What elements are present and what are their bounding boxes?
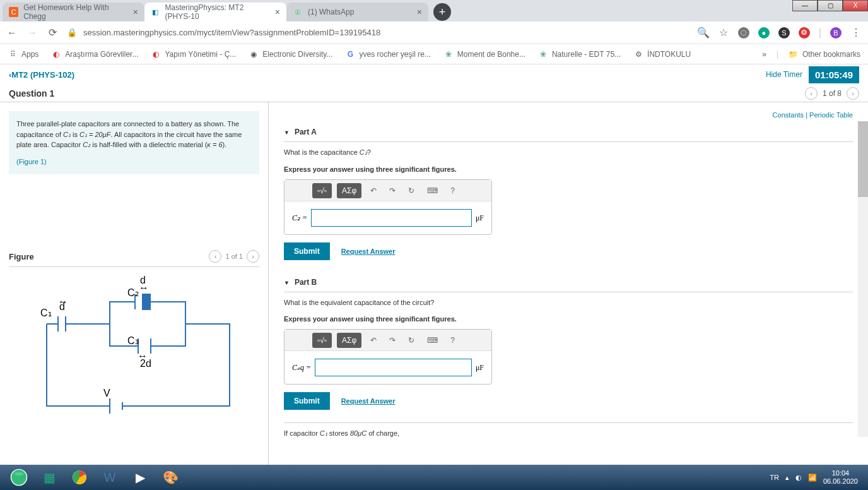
answer-variable: Cₑq = <box>292 363 311 373</box>
tray-volume-icon[interactable]: 📶 <box>808 474 817 482</box>
bookmark-item[interactable]: Gyves rocher yeşil re... <box>345 49 430 59</box>
tab-close-icon[interactable]: × <box>275 7 280 17</box>
tab-close-icon[interactable]: × <box>133 7 138 17</box>
undo-icon[interactable]: ↶ <box>367 183 380 198</box>
prev-question-button[interactable]: ‹ <box>805 87 818 100</box>
answer-input-b[interactable] <box>315 359 472 376</box>
symbols-button[interactable]: ΑΣφ <box>337 183 361 198</box>
template-button[interactable]: ▫√▫ <box>312 183 332 198</box>
apps-icon: ⠿ <box>8 49 18 59</box>
prev-figure-button[interactable]: ‹ <box>209 250 221 263</box>
google-icon: G <box>345 49 355 59</box>
back-to-assignment[interactable]: ‹MT2 (PHYS-102) <box>9 70 74 80</box>
part-a-header[interactable]: Part A <box>284 122 853 142</box>
new-tab-button[interactable]: + <box>433 3 451 21</box>
tab-chegg[interactable]: C Get Homework Help With Chegg × <box>3 3 144 21</box>
svg-text:C₃: C₃ <box>127 335 139 346</box>
part-c-preview: If capacitor C₁ stores 80μC of charge, <box>284 422 853 438</box>
question-pager: 1 of 8 <box>823 89 842 98</box>
word-icon[interactable]: W <box>95 466 125 489</box>
maximize-button[interactable]: ▢ <box>818 0 843 11</box>
tab-label: (1) WhatsApp <box>308 8 354 16</box>
start-button[interactable] <box>4 466 34 489</box>
symbols-button[interactable]: ΑΣφ <box>337 333 361 348</box>
help-icon[interactable]: ? <box>447 183 459 198</box>
template-button[interactable]: ▫√▫ <box>312 333 332 348</box>
hide-timer-link[interactable]: Hide Timer <box>766 70 802 79</box>
reference-links: Constants | Periodic Table <box>284 111 853 122</box>
svg-text:C₂: C₂ <box>127 287 139 298</box>
tray-clock[interactable]: 10:04 06.06.2020 <box>823 469 858 486</box>
reload-icon[interactable]: ⟳ <box>47 27 58 39</box>
answer-toolbar: ▫√▫ ΑΣφ ↶ ↷ ↻ ⌨ ? <box>284 330 491 351</box>
bookmark-item[interactable]: ⚙İNDTOKULU <box>633 49 691 59</box>
url-text: session.masteringphysics.com/myct/itemVi… <box>83 28 380 37</box>
bookmark-item[interactable]: ◐Araştırma Görevliler... <box>51 49 138 59</box>
right-pane: Constants | Periodic Table Part A What i… <box>268 102 868 465</box>
redo-icon[interactable]: ↷ <box>385 333 399 348</box>
bookmark-more[interactable]: » <box>762 50 766 59</box>
redo-icon[interactable]: ↷ <box>385 183 399 198</box>
tray-lang[interactable]: TR <box>770 474 779 481</box>
search-icon[interactable]: 🔍 <box>698 27 709 39</box>
other-bookmarks[interactable]: 📁 Other bookmarks <box>789 49 860 59</box>
bookmark-icon: ◐ <box>51 49 61 59</box>
timer-display: 01:05:49 <box>809 66 859 83</box>
request-answer-b[interactable]: Request Answer <box>341 397 396 405</box>
ext-icon-1[interactable]: ◌ <box>738 27 749 39</box>
menu-icon[interactable]: ⋮ <box>850 27 862 39</box>
answer-input-a[interactable] <box>311 209 472 227</box>
tab-close-icon[interactable]: × <box>417 7 422 17</box>
reset-icon[interactable]: ↻ <box>404 183 418 198</box>
bookmark-item[interactable]: ◐Yapım Yönetimi - Ç... <box>151 49 236 59</box>
scrollbar-thumb[interactable] <box>858 121 868 197</box>
bookmark-icon: ⚙ <box>633 49 643 59</box>
folder-icon: 📁 <box>789 49 799 59</box>
forward-icon[interactable]: → <box>26 27 38 39</box>
system-tray: TR ▴ ◐ 📶 10:04 06.06.2020 <box>770 469 864 486</box>
url-field[interactable]: 🔒 session.masteringphysics.com/myct/item… <box>67 28 689 37</box>
next-question-button[interactable]: › <box>847 87 859 100</box>
answer-box-b: ▫√▫ ΑΣφ ↶ ↷ ↻ ⌨ ? Cₑq = μF <box>284 329 492 385</box>
ext-icon-2[interactable]: ● <box>758 27 770 39</box>
constants-link[interactable]: Constants <box>773 111 804 119</box>
help-icon[interactable]: ? <box>447 333 459 348</box>
tab-whatsapp[interactable]: ① (1) WhatsApp × <box>286 3 428 21</box>
windows-taskbar: ▦ W ▶ 🎨 TR ▴ ◐ 📶 10:04 06.06.2020 <box>0 465 868 490</box>
svg-text:V: V <box>103 388 110 398</box>
tray-network-icon[interactable]: ◐ <box>795 474 802 482</box>
part-b-header[interactable]: Part B <box>284 273 853 292</box>
bookmark-item[interactable]: ❀Naturelle - EDT 75... <box>538 49 621 59</box>
apps-button[interactable]: ⠿ Apps <box>8 49 38 59</box>
submit-button-b[interactable]: Submit <box>284 392 330 410</box>
profile-icon[interactable]: B <box>830 27 842 39</box>
back-icon[interactable]: ← <box>6 27 18 39</box>
bookmarks-bar: ⠿ Apps ◐Araştırma Görevliler... ◐Yapım Y… <box>0 44 868 64</box>
minimize-button[interactable]: — <box>792 0 818 11</box>
undo-icon[interactable]: ↶ <box>367 333 380 348</box>
ext-icon-4[interactable]: ❂ <box>799 27 810 39</box>
chrome-icon[interactable] <box>64 466 95 489</box>
keyboard-icon[interactable]: ⌨ <box>423 183 442 198</box>
whatsapp-icon: ① <box>293 7 303 17</box>
tab-masteringphysics[interactable]: ◧ MasteringPhysics: MT2 (PHYS-10 × <box>144 3 286 21</box>
bookmark-item[interactable]: ◉Electronic Diversity... <box>249 49 332 59</box>
bookmark-item[interactable]: ❀Moment de Bonhe... <box>443 49 525 59</box>
next-figure-button[interactable]: › <box>247 250 259 263</box>
star-icon[interactable]: ☆ <box>718 27 729 39</box>
tray-arrow-icon[interactable]: ▴ <box>785 474 789 482</box>
submit-button-a[interactable]: Submit <box>284 242 330 260</box>
request-answer-a[interactable]: Request Answer <box>341 248 396 255</box>
media-player-icon[interactable]: ▶ <box>125 466 155 489</box>
answer-unit: μF <box>476 213 484 223</box>
chegg-icon: C <box>9 7 18 17</box>
close-button[interactable]: X <box>843 0 868 11</box>
question-header: Question 1 ‹ 1 of 8 › <box>0 85 868 102</box>
periodic-table-link[interactable]: Periodic Table <box>809 111 853 119</box>
figure-link[interactable]: (Figure 1) <box>16 157 252 167</box>
reset-icon[interactable]: ↻ <box>404 333 418 348</box>
keyboard-icon[interactable]: ⌨ <box>423 333 442 348</box>
ext-icon-3[interactable]: S <box>778 27 790 39</box>
paint-icon[interactable]: 🎨 <box>155 466 185 489</box>
excel-icon[interactable]: ▦ <box>34 466 64 489</box>
